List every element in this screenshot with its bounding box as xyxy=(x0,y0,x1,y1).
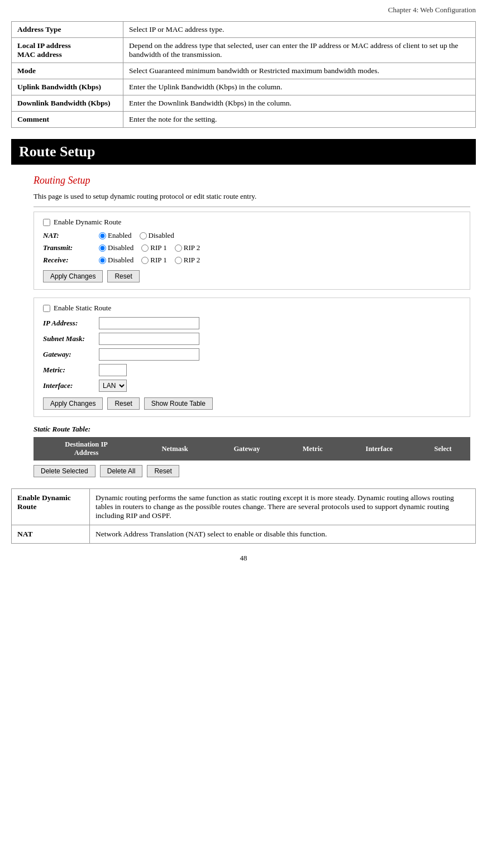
transmit-row: Transmit: Disabled RIP 1 RIP 2 xyxy=(43,243,461,252)
transmit-label: Transmit: xyxy=(43,243,99,252)
route-table-section: Static Route Table: Destination IPAddres… xyxy=(34,425,470,477)
dynamic-apply-button[interactable]: Apply Changes xyxy=(43,270,103,282)
col-netmask: Netmask xyxy=(139,438,211,461)
static-btn-row: Apply Changes Reset Show Route Table xyxy=(43,397,461,410)
metric-input[interactable] xyxy=(99,364,127,376)
receive-row: Receive: Disabled RIP 1 RIP 2 xyxy=(43,256,461,265)
nat-disabled-radio[interactable] xyxy=(140,232,147,239)
col-interface: Interface xyxy=(342,438,416,461)
address-type-table: Address TypeSelect IP or MAC address typ… xyxy=(11,21,476,128)
table-row: Uplink Bandwidth (Kbps)Enter the Uplink … xyxy=(12,79,476,95)
transmit-rip1-option[interactable]: RIP 1 xyxy=(141,243,167,252)
static-apply-button[interactable]: Apply Changes xyxy=(43,397,103,410)
subnet-mask-row: Subnet Mask: xyxy=(43,333,461,345)
receive-rip1-radio[interactable] xyxy=(141,257,149,264)
col-select: Select xyxy=(416,438,470,461)
nat-enabled-option[interactable]: Enabled xyxy=(99,231,132,240)
delete-selected-button[interactable]: Delete Selected xyxy=(34,465,96,477)
desc-cell: Depend on the address type that selected… xyxy=(123,38,476,63)
metric-label: Metric: xyxy=(43,366,99,375)
table-reset-button[interactable]: Reset xyxy=(147,465,179,477)
routing-title: Routing Setup xyxy=(34,175,470,186)
bottom-description-table: Enable Dynamic RouteDynamic routing perf… xyxy=(11,488,476,544)
transmit-rip2-radio[interactable] xyxy=(175,244,182,252)
subnet-mask-label: Subnet Mask: xyxy=(43,334,99,343)
subnet-mask-input[interactable] xyxy=(99,333,199,345)
transmit-disabled-radio[interactable] xyxy=(99,244,106,252)
desc-cell: Dynamic routing performs the same functi… xyxy=(90,489,476,525)
table-row: CommentEnter the note for the setting. xyxy=(12,112,476,128)
static-reset-button[interactable]: Reset xyxy=(107,397,139,410)
ip-address-label: IP Address: xyxy=(43,319,99,328)
receive-radio-group: Disabled RIP 1 RIP 2 xyxy=(99,256,200,265)
dynamic-route-section: Enable Dynamic Route NAT: Enabled Disabl… xyxy=(34,212,470,290)
route-table-title: Static Route Table: xyxy=(34,425,470,434)
col-gateway: Gateway xyxy=(211,438,283,461)
static-route-section: Enable Static Route IP Address: Subnet M… xyxy=(34,298,470,417)
table-row: Enable Dynamic RouteDynamic routing perf… xyxy=(12,489,476,525)
interface-row: Interface: LAN xyxy=(43,380,461,392)
enable-dynamic-route-row: Enable Dynamic Route xyxy=(43,218,461,227)
routing-description: This page is used to setup dynamic routi… xyxy=(34,192,470,201)
table-row: Local IP addressMAC addressDepend on the… xyxy=(12,38,476,63)
col-destination-ip: Destination IPAddress xyxy=(34,438,139,461)
ip-address-input[interactable] xyxy=(99,317,199,329)
transmit-disabled-option[interactable]: Disabled xyxy=(99,243,133,252)
receive-disabled-option[interactable]: Disabled xyxy=(99,256,133,265)
receive-disabled-radio[interactable] xyxy=(99,257,106,264)
term-cell: Mode xyxy=(12,63,123,79)
desc-cell: Select IP or MAC address type. xyxy=(123,22,476,38)
table-row: NATNetwork Address Translation (NAT) sel… xyxy=(12,525,476,544)
dynamic-reset-button[interactable]: Reset xyxy=(107,270,139,282)
chapter-header: Chapter 4: Web Configuration xyxy=(11,6,476,15)
nat-radio-group: Enabled Disabled xyxy=(99,231,174,240)
ip-address-row: IP Address: xyxy=(43,317,461,329)
receive-rip1-option[interactable]: RIP 1 xyxy=(141,256,167,265)
table-row: ModeSelect Guaranteed minimum bandwidth … xyxy=(12,63,476,79)
desc-cell: Enter the Uplink Bandwidth (Kbps) in the… xyxy=(123,79,476,95)
nat-row: NAT: Enabled Disabled xyxy=(43,231,461,240)
interface-select[interactable]: LAN xyxy=(99,380,127,392)
term-cell: NAT xyxy=(12,525,90,544)
desc-cell: Select Guaranteed minimum bandwidth or R… xyxy=(123,63,476,79)
term-cell: Local IP addressMAC address xyxy=(12,38,123,63)
enable-static-route-label: Enable Static Route xyxy=(54,304,111,313)
term-cell: Comment xyxy=(12,112,123,128)
transmit-radio-group: Disabled RIP 1 RIP 2 xyxy=(99,243,200,252)
term-cell: Downlink Bandwidth (Kbps) xyxy=(12,95,123,112)
desc-cell: Network Address Translation (NAT) select… xyxy=(90,525,476,544)
term-cell: Enable Dynamic Route xyxy=(12,489,90,525)
metric-row: Metric: xyxy=(43,364,461,376)
transmit-rip2-option[interactable]: RIP 2 xyxy=(175,243,200,252)
transmit-rip1-radio[interactable] xyxy=(141,244,149,252)
dynamic-btn-row: Apply Changes Reset xyxy=(43,270,461,282)
table-btn-row: Delete Selected Delete All Reset xyxy=(34,465,470,477)
enable-dynamic-route-checkbox[interactable] xyxy=(43,219,50,226)
nat-label: NAT: xyxy=(43,231,99,240)
interface-label: Interface: xyxy=(43,381,99,390)
enable-static-route-checkbox[interactable] xyxy=(43,305,50,312)
page-number: 48 xyxy=(11,554,476,563)
nat-disabled-option[interactable]: Disabled xyxy=(140,231,174,240)
col-metric: Metric xyxy=(283,438,342,461)
routing-card: Routing Setup This page is used to setup… xyxy=(34,175,470,477)
receive-rip2-option[interactable]: RIP 2 xyxy=(175,256,200,265)
delete-all-button[interactable]: Delete All xyxy=(100,465,143,477)
nat-enabled-radio[interactable] xyxy=(99,232,106,239)
enable-static-route-row: Enable Static Route xyxy=(43,304,461,313)
enable-dynamic-route-label: Enable Dynamic Route xyxy=(54,218,121,227)
gateway-input[interactable] xyxy=(99,348,199,361)
receive-label: Receive: xyxy=(43,256,99,265)
gateway-row: Gateway: xyxy=(43,348,461,361)
gateway-label: Gateway: xyxy=(43,350,99,359)
receive-rip2-radio[interactable] xyxy=(175,257,182,264)
table-row: Downlink Bandwidth (Kbps)Enter the Downl… xyxy=(12,95,476,112)
static-route-table: Destination IPAddress Netmask Gateway Me… xyxy=(34,437,470,461)
desc-cell: Enter the note for the setting. xyxy=(123,112,476,128)
term-cell: Uplink Bandwidth (Kbps) xyxy=(12,79,123,95)
term-cell: Address Type xyxy=(12,22,123,38)
desc-cell: Enter the Downlink Bandwidth (Kbps) in t… xyxy=(123,95,476,112)
route-table-header-row: Destination IPAddress Netmask Gateway Me… xyxy=(34,438,470,461)
route-setup-banner: Route Setup xyxy=(11,139,476,165)
show-route-table-button[interactable]: Show Route Table xyxy=(144,397,213,410)
